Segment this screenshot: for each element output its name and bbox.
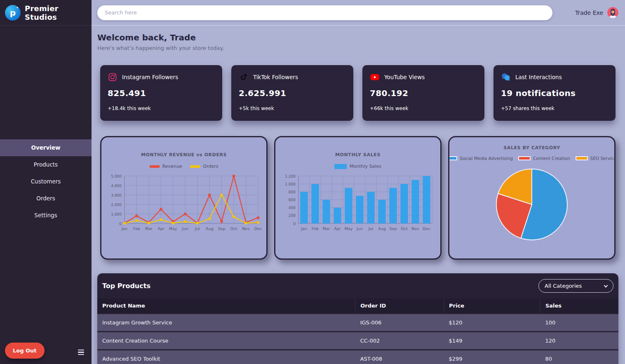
svg-text:Aug: Aug xyxy=(206,226,214,231)
stat-label: TikTok Followers xyxy=(253,74,298,80)
svg-text:Nov: Nov xyxy=(242,226,250,231)
category-filter-wrap: All Categories xyxy=(538,279,613,293)
table-cell: CC-002 xyxy=(355,332,444,350)
user-avatar[interactable] xyxy=(607,7,618,18)
user-menu[interactable]: Trade Exe xyxy=(565,7,618,18)
table-row[interactable]: Instagram Growth ServiceIGS-006$120100 xyxy=(97,314,618,332)
sidebar-item-customers[interactable]: Customers xyxy=(0,173,92,190)
table-cell: 80 xyxy=(540,350,618,364)
svg-text:4.000: 4.000 xyxy=(111,184,122,188)
legend-item[interactable]: SEO Services xyxy=(576,156,616,161)
table-row[interactable]: Advanced SEO ToolkitAST-008$29980 xyxy=(97,350,618,364)
svg-text:Mar: Mar xyxy=(323,226,330,231)
svg-text:0: 0 xyxy=(119,222,122,226)
sidebar-footer: Log Out xyxy=(0,335,92,364)
stat-delta: +57 shares this week xyxy=(501,106,608,111)
stat-card-instagram-followers: Instagram Followers825.491+18.4k this we… xyxy=(100,65,222,121)
charts-row: MONTHLY REVENUE vs ORDERS RevenueOrders … xyxy=(97,136,618,260)
sidebar-item-overview[interactable]: Overview xyxy=(0,139,92,156)
topbar: Trade Exe xyxy=(92,0,625,26)
main-area: Trade Exe Welcome back, Trade Here’s wha… xyxy=(92,0,625,364)
chart-title: SALES BY CATEGORY xyxy=(503,145,560,150)
logout-button[interactable]: Log Out xyxy=(5,343,45,359)
bar-chart: 02004006008001.0001.200JanFebMarAprMayJu… xyxy=(280,173,436,235)
svg-text:1.200: 1.200 xyxy=(285,174,296,178)
svg-text:Apr: Apr xyxy=(334,226,341,231)
table-cell: Advanced SEO Toolkit xyxy=(97,350,355,364)
monthly-sales-chart-card: MONTHLY SALES Monthly Sales 020040060080… xyxy=(274,136,442,260)
table-cell: Content Creation Course xyxy=(97,332,355,350)
column-header-order-id: Order ID xyxy=(355,298,444,314)
svg-text:Aug: Aug xyxy=(378,226,386,231)
svg-text:Feb: Feb xyxy=(312,226,319,231)
chart-title: MONTHLY REVENUE vs ORDERS xyxy=(141,152,227,157)
legend-label: Social Media Advertising xyxy=(460,156,513,161)
svg-text:May: May xyxy=(169,226,177,231)
brand-logo-icon: p xyxy=(5,5,21,21)
stats-row: Instagram Followers825.491+18.4k this we… xyxy=(97,65,618,121)
table-cell: 120 xyxy=(540,332,618,350)
stat-label: YouTube Views xyxy=(384,74,425,80)
legend-item[interactable]: Social Media Advertising xyxy=(448,156,513,161)
table-cell: $299 xyxy=(444,350,540,364)
svg-text:Jan: Jan xyxy=(121,226,128,231)
table-row[interactable]: Content Creation CourseCC-002$149120 xyxy=(97,332,618,350)
legend-label: Monthly Sales xyxy=(350,164,381,169)
avatar-image xyxy=(607,7,618,18)
chart-title: MONTHLY SALES xyxy=(335,152,381,157)
stat-card-last-interactions: Last Interactions19 notifications+57 sha… xyxy=(493,65,616,121)
page-title: Welcome back, Trade xyxy=(97,33,618,42)
top-products-table: Product NameOrder IDPriceSales Instagram… xyxy=(97,298,618,364)
table-title: Top Products xyxy=(102,282,150,290)
svg-text:1.000: 1.000 xyxy=(285,182,296,186)
svg-text:800: 800 xyxy=(289,190,296,194)
svg-text:Sep: Sep xyxy=(218,226,226,231)
tiktok-icon xyxy=(239,72,249,82)
pie-chart xyxy=(491,164,573,243)
legend-swatch xyxy=(190,165,200,168)
svg-text:Jul: Jul xyxy=(195,226,200,231)
user-name: Trade Exe xyxy=(575,9,603,16)
revenue-orders-chart-card: MONTHLY REVENUE vs ORDERS RevenueOrders … xyxy=(100,136,268,260)
svg-text:0: 0 xyxy=(293,222,296,226)
legend-item[interactable]: Monthly Sales xyxy=(334,164,381,169)
svg-text:3.000: 3.000 xyxy=(111,193,122,197)
svg-text:2.000: 2.000 xyxy=(111,203,122,207)
chart-legend: RevenueOrders xyxy=(150,164,219,169)
page-subtitle: Here’s what’s happening with your store … xyxy=(97,45,618,51)
legend-label: Revenue xyxy=(162,164,182,169)
svg-text:Nov: Nov xyxy=(411,226,419,231)
line-chart: 01.0002.0003.0004.0005.000JanFebMarAprMa… xyxy=(106,173,262,235)
svg-text:Apr: Apr xyxy=(157,226,164,231)
legend-label: Orders xyxy=(203,164,218,169)
legend-item[interactable]: Revenue xyxy=(150,164,182,169)
sidebar-nav: OverviewProductsCustomersOrdersSettings xyxy=(0,139,92,224)
search-input[interactable] xyxy=(97,5,552,20)
svg-text:1.000: 1.000 xyxy=(111,212,122,216)
youtube-icon xyxy=(370,72,380,82)
table-cell: $149 xyxy=(444,332,540,350)
svg-text:5.000: 5.000 xyxy=(111,174,122,178)
sidebar-item-orders[interactable]: Orders xyxy=(0,190,92,207)
column-header-product-name: Product Name xyxy=(97,298,355,314)
sidebar-item-settings[interactable]: Settings xyxy=(0,207,92,224)
sales-by-category-chart-card: SALES BY CATEGORY Social Media Advertisi… xyxy=(448,136,616,260)
category-filter-select[interactable]: All Categories xyxy=(538,279,613,293)
sidebar-item-products[interactable]: Products xyxy=(0,156,92,173)
legend-item[interactable]: Content Creation xyxy=(518,156,570,161)
table-header-bar: Top Products All Categories xyxy=(97,273,618,298)
stat-delta: +66k this week xyxy=(370,106,477,111)
instagram-icon xyxy=(108,72,117,82)
brand-header: p Premier Studios xyxy=(0,0,92,26)
svg-text:200: 200 xyxy=(289,214,296,218)
svg-text:Feb: Feb xyxy=(133,226,140,231)
table-cell: AST-008 xyxy=(355,350,444,364)
legend-label: SEO Services xyxy=(590,156,616,161)
column-header-sales: Sales xyxy=(540,298,618,314)
legend-item[interactable]: Orders xyxy=(190,164,218,169)
table-cell: 100 xyxy=(540,314,618,332)
svg-text:Jun: Jun xyxy=(356,226,363,231)
stat-value: 780.192 xyxy=(370,88,477,98)
legend-swatch xyxy=(576,156,588,160)
hamburger-icon[interactable] xyxy=(78,350,84,355)
